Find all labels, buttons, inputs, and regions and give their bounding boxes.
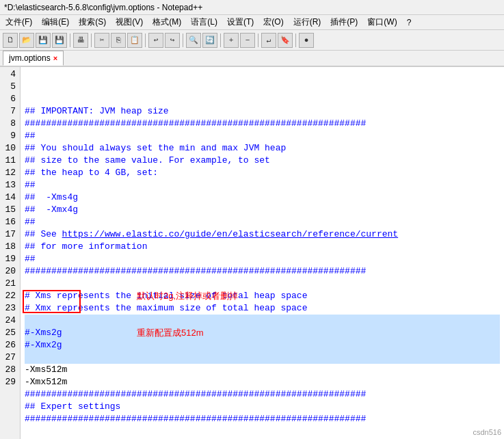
line-number: 26 — [3, 339, 16, 351]
zoom-out-btn[interactable]: − — [240, 33, 255, 48]
line-text: # Xms represents the initial size of tot… — [25, 290, 307, 302]
cut-btn[interactable]: ✂ — [94, 33, 109, 48]
sep4 — [183, 34, 183, 47]
code-line: ## Expert settings — [25, 401, 500, 413]
menu-item[interactable]: 插件(P) — [328, 16, 360, 29]
line-text: -Xmx512m — [25, 376, 67, 388]
tab-close-btn[interactable]: × — [53, 54, 57, 62]
line-text: ########################################… — [25, 413, 366, 425]
line-number: 22 — [3, 290, 16, 302]
menu-bar: 文件(F)编辑(E)搜索(S)视图(V)格式(M)语言(L)设置(T)宏(O)运… — [0, 15, 504, 30]
line-text: ## for more information — [25, 241, 147, 253]
line-text: ## -Xms4g — [25, 191, 78, 204]
toolbar: 🗋 📂 💾 💾 🖶 ✂ ⎘ 📋 ↩ ↪ 🔍 🔄 + − ↵ 🔖 ● — [0, 30, 504, 51]
sep6 — [258, 34, 258, 47]
code-line: -Xms512m — [25, 364, 500, 376]
line-number: 4 — [3, 68, 16, 81]
line-number: 17 — [3, 228, 16, 241]
code-line: # Xmx represents the maximum size of tot… — [25, 302, 500, 315]
editor: 4567891011121314151617181920212223242526… — [0, 67, 504, 439]
menu-item[interactable]: 文件(F) — [3, 16, 35, 29]
code-line: ## You should always set the min and max… — [25, 142, 500, 155]
line-number: 18 — [3, 241, 16, 253]
code-line: ########################################… — [25, 388, 500, 401]
url-link[interactable]: https://www.elastic.co/guide/en/elastics… — [62, 229, 398, 239]
line-number: 6 — [3, 93, 16, 105]
sep2 — [91, 34, 92, 47]
code-line: ########################################… — [25, 118, 500, 130]
copy-btn[interactable]: ⎘ — [111, 33, 126, 48]
menu-item[interactable]: 格式(M) — [150, 16, 184, 29]
line-number: 12 — [3, 167, 16, 179]
line-text: ## IMPORTANT: JVM heap size — [25, 105, 169, 118]
code-line — [25, 315, 500, 327]
tab-bar: jvm.options × — [0, 51, 504, 67]
line-number: 20 — [3, 265, 16, 278]
line-text: ## Expert settings — [25, 401, 120, 413]
replace-btn[interactable]: 🔄 — [202, 33, 217, 48]
line-text: ## — [25, 179, 36, 191]
code-line: ## for more information — [25, 241, 500, 253]
menu-item[interactable]: 窗口(W) — [364, 16, 399, 29]
paste-btn[interactable]: 📋 — [127, 33, 142, 48]
new-btn[interactable]: 🗋 — [3, 33, 18, 48]
code-line: ## — [25, 216, 500, 228]
code-line: ## size to the same value. For example, … — [25, 155, 500, 167]
menu-item[interactable]: 语言(L) — [188, 16, 220, 29]
line-numbers: 4567891011121314151617181920212223242526… — [0, 67, 21, 439]
zoom-in-btn[interactable]: + — [224, 33, 239, 48]
line-number: 16 — [3, 216, 16, 228]
code-line: ########################################… — [25, 413, 500, 425]
bookmark-btn[interactable]: 🔖 — [278, 33, 293, 48]
line-number: 28 — [3, 364, 16, 376]
menu-item[interactable]: 编辑(E) — [39, 16, 72, 29]
code-line: ## -Xms4g — [25, 191, 500, 204]
menu-item[interactable]: 搜索(S) — [76, 16, 109, 29]
code-line: ## — [25, 179, 500, 191]
wrap-btn[interactable]: ↵ — [261, 33, 276, 48]
line-text: -Xms512m — [25, 364, 67, 376]
title-bar: *D:\elasticsearch-5.6.8\config\jvm.optio… — [0, 0, 504, 15]
line-number: 10 — [3, 142, 16, 155]
line-text: ## — [25, 216, 36, 228]
menu-item[interactable]: 视图(V) — [113, 16, 146, 29]
undo-btn[interactable]: ↩ — [148, 33, 163, 48]
line-text: ## — [25, 130, 36, 142]
line-text: ########################################… — [25, 388, 366, 401]
line-number: 25 — [3, 327, 16, 339]
line-number: 15 — [3, 204, 16, 216]
line-number: 14 — [3, 191, 16, 204]
redo-btn[interactable]: ↪ — [165, 33, 180, 48]
line-number: 21 — [3, 278, 16, 290]
line-number: 5 — [3, 81, 16, 93]
menu-item[interactable]: ? — [404, 17, 414, 28]
code-content[interactable]: ## IMPORTANT: JVM heap size#############… — [21, 67, 504, 439]
line-text: ## -Xmx4g — [25, 204, 78, 216]
line-number: 7 — [3, 105, 16, 118]
line-number: 9 — [3, 130, 16, 142]
line-text: ## See https://www.elastic.co/guide/en/e… — [25, 228, 398, 241]
menu-item[interactable]: 宏(O) — [261, 16, 286, 29]
line-number: 11 — [3, 155, 16, 167]
code-line: -Xmx512m — [25, 376, 500, 388]
open-btn[interactable]: 📂 — [19, 33, 34, 48]
tab-jvm-options[interactable]: jvm.options × — [3, 51, 64, 66]
menu-item[interactable]: 设置(T) — [224, 16, 256, 29]
code-line: ## IMPORTANT: JVM heap size — [25, 105, 500, 118]
code-line: # Xms represents the initial size of tot… — [25, 290, 500, 302]
code-line: ## -Xmx4g — [25, 204, 500, 216]
line-text: #-Xms2g — [25, 327, 62, 339]
print-btn[interactable]: 🖶 — [73, 33, 88, 48]
find-btn[interactable]: 🔍 — [186, 33, 201, 48]
macro-btn[interactable]: ● — [299, 33, 314, 48]
line-text: ## size to the same value. For example, … — [25, 155, 270, 167]
sep1 — [70, 34, 70, 47]
line-number: 19 — [3, 253, 16, 265]
menu-item[interactable]: 运行(R) — [291, 16, 324, 29]
code-line: ########################################… — [25, 265, 500, 278]
window-title: *D:\elasticsearch-5.6.8\config\jvm.optio… — [4, 3, 202, 12]
save-all-btn[interactable]: 💾 — [52, 33, 67, 48]
line-text: ## You should always set the min and max… — [25, 142, 286, 155]
save-btn[interactable]: 💾 — [36, 33, 51, 48]
code-line — [25, 278, 500, 290]
